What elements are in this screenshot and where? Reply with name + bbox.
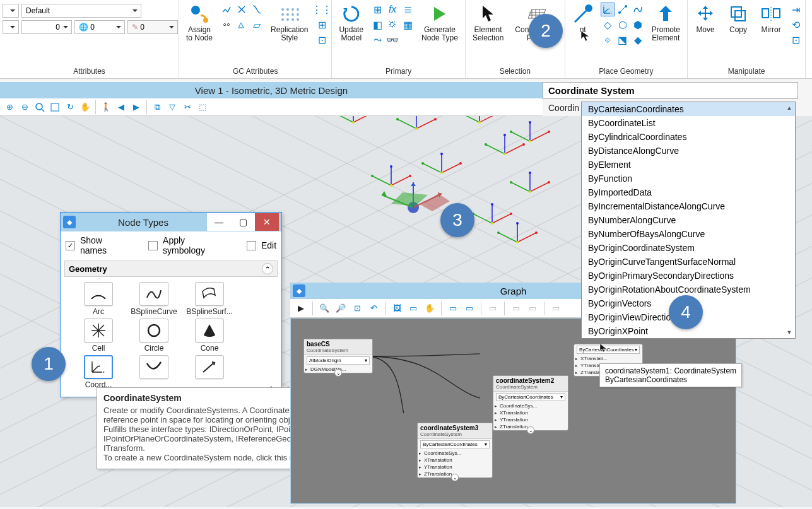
node-type-bsplinecurve[interactable]: BSplineCurve [127,282,180,316]
p-btn-3[interactable]: ≣ [401,3,415,16]
cs-item-ByNumberAlongCurve[interactable]: ByNumberAlongCurve [582,213,795,227]
combo-small-2[interactable] [3,20,19,34]
cs-item-ByCylindricalCoordinates[interactable]: ByCylindricalCoordinates [582,130,795,144]
pg-btn-8[interactable]: ⬔ [616,33,630,47]
edit-checkbox[interactable] [247,241,256,250]
p-btn-5[interactable]: ⛭ [385,18,399,32]
p-btn-6[interactable]: ▦ [401,18,415,32]
expand-icon[interactable]: ⌄ [451,474,459,481]
cs-item-ByFunction[interactable]: ByFunction [582,172,795,185]
collapse-icon[interactable]: ⌃ [262,263,273,274]
apply-symbology-checkbox[interactable] [148,241,158,250]
place-point-button[interactable]: nt [568,1,598,36]
m-btn-2[interactable]: ⟲ [789,18,803,32]
zoom-in-button[interactable]: ⊕ [3,100,16,114]
gc-btn-4[interactable]: ◦◦ [220,18,233,32]
display-button[interactable]: ⬚ [196,100,209,114]
gc-btn-6[interactable]: ▱ [250,18,264,32]
next-view-button[interactable]: ▶ [129,100,143,114]
pan-button[interactable]: ✋ [78,100,92,114]
basecs-method[interactable]: AtModelOrigin [307,356,370,365]
element-selection-button[interactable]: Element Selection [468,1,508,44]
zoom-window-button[interactable] [33,100,47,114]
edit-node-button[interactable]: Edit Node [808,1,812,44]
m-btn-3[interactable]: ⊡ [789,33,803,47]
node-type-cell[interactable]: Cell [72,319,125,353]
graph-node-basecs[interactable]: baseCSCoordinateSystem AtModelOrigin DGN… [303,339,373,373]
node-types-titlebar[interactable]: ◆ Node Types — ▢ ✕ [61,213,281,231]
scroll-up-icon[interactable]: ▲ [785,103,794,112]
node-type-circle[interactable]: Circle [127,319,180,353]
graph-node-cs3[interactable]: coordinateSystem3CoordinateSystem ByCart… [417,423,493,478]
node-type-coordinatesystem[interactable]: Coord... [72,355,125,389]
cs-item-ByNumberOfBaysAlongCurve[interactable]: ByNumberOfBaysAlongCurve [582,227,795,241]
g-undo[interactable]: ↶ [367,301,380,315]
p-btn-2[interactable]: fx [385,3,399,16]
copy-view-button[interactable]: ⧉ [150,100,164,114]
view-attr-button[interactable]: ▽ [165,100,179,114]
gc-btn-9[interactable]: ⊡ [315,33,329,47]
update-model-button[interactable]: Update Model [334,1,368,44]
mirror-button[interactable]: Mirror [756,1,786,36]
gc-btn-2[interactable] [235,3,249,16]
p-btn-7[interactable]: ⤳ [370,33,384,47]
walk-button[interactable]: 🚶 [99,100,113,114]
maximize-button[interactable]: ▢ [231,213,255,231]
g-zoom-in[interactable]: 🔍 [317,301,331,315]
node-type-bsplinesurface[interactable]: BSplineSurf... [183,282,236,316]
pg-btn-4[interactable]: ◇ [601,18,615,32]
graph-node-cs2[interactable]: coordinateSystem2CoordinateSystem ByCart… [493,375,568,431]
category-header[interactable]: Geometry ⌃ [64,260,278,277]
move-button[interactable]: Move [690,1,721,36]
g-node[interactable]: ▭ [406,301,420,315]
rotate-button[interactable]: ↻ [63,100,77,114]
combo-default[interactable]: Default [21,4,141,18]
minimize-button[interactable]: — [207,213,231,231]
g-frame2[interactable]: ▭ [462,301,476,315]
coord-system-tool-button[interactable] [601,3,615,16]
g-hand[interactable]: ✋ [423,301,437,315]
assign-to-node-button[interactable]: Assign to Node [182,1,217,44]
combo-num-c[interactable]: ✎ 0 [127,20,178,34]
cs3-method[interactable]: ByCartesianCoordinates [420,440,490,448]
generate-node-type-button[interactable]: Generate Node Type [417,1,462,44]
cs-item-ByIncrementalDistanceAlongCurve[interactable]: ByIncrementalDistanceAlongCurve [582,199,795,213]
expand-icon[interactable]: ⌄ [527,426,534,434]
expand-icon[interactable]: ⌄ [334,369,342,377]
gc-btn-1[interactable] [220,3,233,16]
cs-item-ByCoordinateList[interactable]: ByCoordinateList [582,116,795,130]
cs-item-ByImportedData[interactable]: ByImportedData [582,185,795,199]
cs-item-ByOriginRotationAboutCoordinateSystem[interactable]: ByOriginRotationAboutCoordinateSystem [582,283,795,296]
promote-element-button[interactable]: Promote Element [647,1,685,44]
fit-view-button[interactable] [48,100,62,114]
scroll-down-icon[interactable]: ▼ [785,328,794,337]
cs-item-ByOriginPrimarySecondaryDirections[interactable]: ByOriginPrimarySecondaryDirections [582,269,795,283]
pg-btn-5[interactable]: ⬡ [616,18,630,32]
pg-btn-6[interactable]: ⬢ [631,18,645,32]
pg-btn-2[interactable] [616,3,630,16]
node-type-arrow[interactable] [183,355,236,389]
g-fit[interactable]: ⊡ [350,301,364,315]
copy-button[interactable]: Copy [723,1,753,36]
gc-btn-8[interactable]: ⊞ [315,18,329,32]
node-types-dialog[interactable]: ◆ Node Types — ▢ ✕ ✓ Show names Apply sy… [60,212,282,397]
p-btn-4[interactable]: ◧ [370,18,384,32]
gc-btn-5[interactable] [235,18,249,32]
cs-item-ByOriginCoordinateSystem[interactable]: ByOriginCoordinateSystem [582,241,795,255]
node-type-curve2[interactable] [127,355,180,389]
g-img[interactable]: 🖼 [390,301,404,315]
m-btn-1[interactable]: ⇥ [789,3,803,16]
combo-num-b[interactable]: 🌐 0 [74,20,125,34]
p-btn-8[interactable]: 👓 [385,33,399,47]
cs1-method[interactable]: ByCartesianCoordinates [577,346,640,354]
cs-item-ByOriginCurveTangentSurfaceNormal[interactable]: ByOriginCurveTangentSurfaceNormal [582,255,795,269]
combo-small-1[interactable] [3,4,19,18]
replication-style-button[interactable]: Replication Style [266,1,312,44]
gc-btn-3[interactable] [250,3,264,16]
graph-canvas[interactable]: baseCSCoordinateSystem AtModelOrigin DGN… [290,318,736,504]
node-type-cone[interactable]: Cone [183,319,236,353]
cs2-method[interactable]: ByCartesianCoordinates [496,393,565,401]
close-button[interactable]: ✕ [255,213,279,231]
cs-item-ByCartesianCoordinates[interactable]: ByCartesianCoordinates [582,102,795,116]
zoom-out-button[interactable]: ⊖ [18,100,32,114]
